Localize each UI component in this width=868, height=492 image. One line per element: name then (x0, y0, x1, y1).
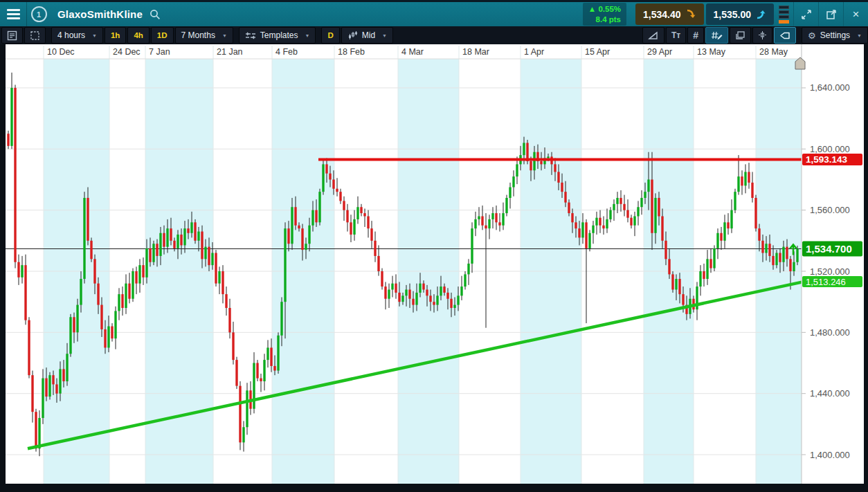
price-axis-label: 1,400.000 (810, 450, 850, 460)
candle-body (682, 294, 684, 304)
cascade-windows-icon (735, 30, 745, 40)
candle-body (370, 228, 372, 241)
candle-body (626, 210, 629, 218)
time-axis-label: 4 Feb (275, 47, 298, 57)
price-chart[interactable]: 10 Dec24 Dec7 Jan21 Jan4 Feb18 Feb4 Mar1… (0, 44, 868, 492)
close-icon: × (853, 8, 860, 21)
price-axis-label: 1,640.000 (810, 82, 850, 93)
candle-body (782, 247, 784, 262)
candle-body (671, 274, 673, 289)
candle-body (62, 369, 64, 381)
candle-body (758, 228, 760, 241)
candle-body (779, 253, 781, 262)
quick-timeframe-4h[interactable]: 4h (127, 27, 149, 44)
annotate-grid-button[interactable] (705, 27, 728, 44)
candle-body (107, 327, 109, 348)
candle-body (630, 218, 632, 226)
candle-body (80, 279, 82, 305)
templates-label: Templates (260, 30, 298, 40)
candle-body (592, 226, 594, 233)
search-icon[interactable] (150, 9, 161, 20)
time-axis-label: 10 Dec (47, 47, 75, 57)
chart-type-button[interactable] (752, 27, 772, 44)
candle-body (658, 198, 660, 217)
candle-body (457, 295, 459, 304)
candle-body (751, 183, 753, 198)
layout-button[interactable] (24, 27, 46, 44)
candle-body (42, 379, 44, 418)
text-tool-button[interactable]: Tт (666, 27, 686, 44)
up-triangle-icon: ▲ (588, 5, 596, 13)
templates-dropdown[interactable]: Templates ▼ (239, 27, 316, 44)
candle-body (270, 347, 272, 366)
popout-icon (826, 9, 837, 20)
candle-body (530, 161, 532, 170)
link-number-badge: 1 (31, 6, 47, 22)
candle-body (516, 164, 518, 176)
candle-body (284, 228, 286, 302)
range-dropdown[interactable]: 7 Months ▼ (175, 27, 233, 44)
candle-body (332, 179, 334, 188)
candle-body (90, 241, 92, 259)
candle-body (59, 369, 61, 393)
chart-header: 1 GlaxoSmithKline ▲ 0.55% 8.4 pts 1,534.… (0, 0, 868, 26)
candle-body (388, 290, 390, 299)
candle-body (761, 241, 763, 253)
candle-body (10, 88, 12, 146)
candle-body (97, 284, 99, 305)
time-axis-label: 24 Dec (113, 47, 141, 57)
candle-body (308, 226, 310, 244)
trend-tool-button[interactable] (642, 27, 664, 44)
session-d-button[interactable]: D (321, 27, 339, 44)
instrument-title: GlaxoSmithKline (57, 8, 143, 20)
candle-body (481, 216, 483, 225)
candle-body (377, 256, 379, 271)
candle-body (789, 259, 791, 271)
clone-window-button[interactable] (730, 27, 751, 44)
candle-body (125, 284, 127, 308)
candle-body (568, 203, 570, 213)
candle-body (440, 286, 442, 295)
chevron-down-icon: ▼ (92, 33, 97, 38)
candle-body (609, 210, 611, 219)
candle-body (595, 218, 597, 226)
candle-body (350, 222, 352, 235)
chart-link-number-button[interactable]: 1 (27, 6, 51, 22)
candle-body (35, 412, 37, 448)
candle-body (561, 183, 563, 192)
candle-body (242, 427, 244, 442)
candle-body (709, 259, 712, 268)
buy-up-arrow-icon (756, 9, 766, 19)
price-change-readout: ▲ 0.55% 8.4 pts (583, 3, 626, 26)
candle-body (678, 279, 680, 294)
candle-body (87, 198, 89, 241)
timeframe-dropdown[interactable]: 4 hours ▼ (51, 27, 103, 44)
market-depth-icon[interactable] (779, 6, 789, 24)
expand-button[interactable] (793, 2, 818, 26)
hamburger-bar (7, 13, 20, 15)
candle-body (741, 176, 743, 185)
grid-button[interactable]: # (687, 27, 704, 44)
quick-timeframe-1d[interactable]: 1D (151, 27, 174, 44)
sell-price-button[interactable]: 1,534.40 (635, 3, 704, 25)
candle-body (253, 363, 255, 409)
candle-body (83, 198, 85, 279)
quick-timeframe-1h[interactable]: 1h (105, 27, 126, 44)
candle-body (163, 233, 165, 247)
price-type-dropdown[interactable]: Mid ▼ (341, 27, 393, 44)
candle-body (287, 228, 289, 244)
hamburger-menu-button[interactable] (0, 2, 27, 26)
candle-body (415, 293, 417, 305)
candle-body (266, 347, 269, 360)
time-axis-label: 15 Apr (585, 47, 610, 57)
quote-panel-button[interactable] (1, 27, 23, 44)
buy-price-button[interactable]: 1,535.00 (706, 3, 775, 25)
pointer-tool-button[interactable] (774, 27, 796, 44)
candle-body (329, 174, 331, 180)
candle-body (664, 241, 667, 259)
candle-body (401, 295, 404, 302)
popout-button[interactable] (818, 2, 843, 26)
settings-button[interactable]: ⚙ Settings ▼ (802, 27, 868, 44)
candle-body (668, 259, 670, 274)
close-button[interactable]: × (843, 2, 868, 26)
